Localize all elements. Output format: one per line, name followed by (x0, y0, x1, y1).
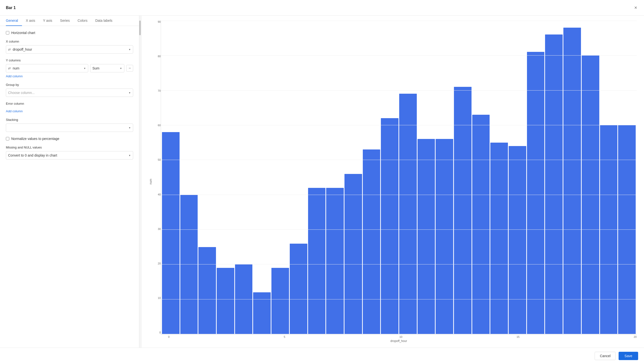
tab-xaxis[interactable]: X axis (22, 16, 39, 26)
add-error-column-link[interactable]: Add column (6, 109, 23, 113)
agg-select-wrap[interactable]: Sum ▾ (90, 64, 124, 72)
add-y-column-link[interactable]: Add column (6, 74, 23, 78)
modal-footer: Cancel Save (0, 348, 644, 364)
group-by-row: Group by Choose column... ▾ (6, 83, 133, 97)
chart-bar (600, 125, 618, 334)
chart-panel: num 0 10 20 30 40 50 60 70 (142, 16, 644, 348)
null-values-row: Missing and NULL values Convert to 0 and… (6, 145, 133, 159)
y-tick: 20 (154, 262, 161, 265)
chart-container: num 0 10 20 30 40 50 60 70 (149, 21, 637, 343)
x-axis-label: dropoff_hour (154, 339, 637, 343)
normalize-row: Normalize values to percentage (6, 137, 133, 141)
null-values-chevron-icon: ▾ (126, 154, 133, 157)
cancel-button[interactable]: Cancel (595, 352, 616, 360)
x-tick: 5 (284, 335, 285, 338)
chart-bar (162, 132, 180, 334)
modal-header: Bar 1 × (0, 0, 644, 16)
x-column-row: X column ⇄ dropoff_hour ▾ (6, 40, 133, 54)
tab-series[interactable]: Series (56, 16, 74, 26)
x-column-select-wrap[interactable]: ⇄ dropoff_hour ▾ (6, 45, 133, 54)
tab-datalabels[interactable]: Data labels (91, 16, 116, 26)
chart-bar (381, 118, 398, 334)
stacking-chevron-icon: ▾ (126, 126, 133, 129)
x-axis: 0 5 10 15 20 (154, 335, 637, 338)
y-columns-label: Y columns (6, 59, 133, 62)
bars-area (161, 21, 637, 334)
group-by-select-wrap[interactable]: Choose column... ▾ (6, 89, 133, 97)
x-tick: 15 (516, 335, 520, 338)
chart-bar (618, 125, 636, 334)
stacking-select[interactable] (6, 124, 126, 132)
agg-select[interactable]: Sum (90, 64, 118, 72)
y-tick: 60 (154, 124, 161, 127)
x-column-select[interactable]: dropoff_hour (13, 46, 126, 53)
y-col-prefix-icon: ⇄ (6, 67, 13, 70)
y-tick: 0 (154, 331, 161, 334)
chart-bar (436, 139, 453, 334)
chart-bar (198, 247, 216, 334)
modal-body: General X axis Y axis Series Colors Data… (0, 16, 644, 348)
y-columns-controls: ⇄ num ▾ Sum ▾ (6, 64, 133, 72)
chart-plot: 0 10 20 30 40 50 60 70 80 90 (154, 21, 637, 334)
tab-colors[interactable]: Colors (74, 16, 91, 26)
group-by-label: Group by (6, 83, 133, 87)
y-tick: 30 (154, 228, 161, 230)
chart-bar (272, 268, 289, 334)
chart-bar (344, 174, 362, 334)
y-col-select-wrap[interactable]: ⇄ num ▾ (6, 64, 88, 72)
bars-group (162, 21, 636, 334)
save-button[interactable]: Save (618, 352, 638, 360)
stacking-row: Stacking ▾ (6, 118, 133, 132)
chart-bar (490, 143, 508, 334)
horizontal-chart-label: Horizontal chart (11, 31, 35, 35)
scrollbar-track[interactable] (139, 16, 142, 348)
chart-bar (290, 244, 307, 334)
y-tick: 90 (154, 21, 161, 23)
x-tick: 20 (634, 335, 637, 338)
chart-bar (545, 35, 563, 334)
group-by-select[interactable]: Choose column... (6, 89, 126, 97)
chart-bar (454, 87, 472, 334)
x-tick: 10 (400, 335, 402, 338)
error-column-label: Error column (6, 102, 133, 105)
tab-general[interactable]: General (6, 16, 22, 26)
y-tick: 40 (154, 193, 161, 196)
modal-title: Bar 1 (6, 6, 16, 10)
chart-bar (235, 264, 252, 334)
stacking-select-wrap[interactable]: ▾ (6, 123, 133, 132)
y-col-chevron-icon: ▾ (82, 67, 88, 70)
y-axis: 0 10 20 30 40 50 60 70 80 90 (154, 21, 161, 334)
tabs-bar: General X axis Y axis Series Colors Data… (0, 16, 139, 26)
chart-bar (308, 188, 326, 334)
normalize-checkbox[interactable] (6, 137, 9, 140)
chart-bar (180, 195, 198, 334)
y-columns-row: Y columns ⇄ num ▾ Sum (6, 59, 133, 78)
y-tick: 80 (154, 55, 161, 58)
remove-y-col-button[interactable]: − (126, 65, 133, 72)
group-by-chevron-icon: ▾ (126, 91, 133, 94)
scrollbar-thumb[interactable] (139, 21, 141, 35)
y-tick: 50 (154, 158, 161, 161)
chart-bar (527, 52, 544, 334)
null-values-select-wrap[interactable]: Convert to 0 and display in chart ▾ (6, 151, 133, 159)
agg-chevron-icon: ▾ (118, 67, 124, 70)
y-tick: 10 (154, 297, 161, 299)
tab-yaxis[interactable]: Y axis (39, 16, 56, 26)
normalize-label: Normalize values to percentage (11, 137, 59, 141)
x-column-chevron-icon: ▾ (126, 48, 133, 51)
x-column-prefix-icon: ⇄ (6, 48, 13, 51)
y-axis-label: num (149, 21, 152, 343)
panel-content: Horizontal chart X column ⇄ dropoff_hour… (0, 26, 139, 348)
chart-bar (363, 149, 380, 334)
y-col-select[interactable]: num (13, 64, 82, 72)
chart-bar (399, 94, 417, 334)
chart-bar (326, 188, 344, 334)
chart-bar (217, 268, 234, 334)
chart-bar (509, 146, 526, 334)
horizontal-chart-checkbox[interactable] (6, 31, 9, 35)
x-ticks: 0 5 10 15 20 (168, 335, 637, 338)
close-button[interactable]: × (633, 4, 638, 12)
horizontal-chart-row: Horizontal chart (6, 31, 133, 35)
null-values-select[interactable]: Convert to 0 and display in chart (6, 151, 126, 159)
left-panel-wrapper: General X axis Y axis Series Colors Data… (0, 16, 142, 348)
